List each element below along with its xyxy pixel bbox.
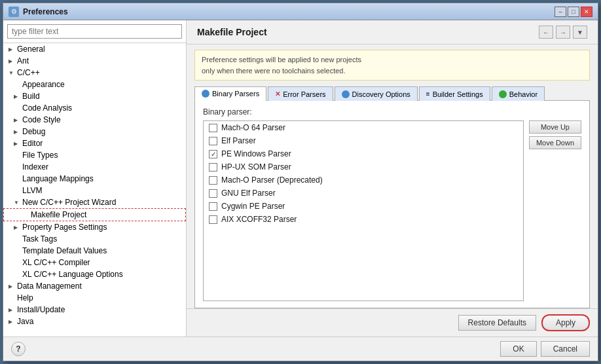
- sidebar-item-code-style[interactable]: ▶ Code Style: [3, 114, 186, 126]
- parser-checkbox[interactable]: [209, 215, 217, 224]
- sidebar-item-data-management[interactable]: ▶ Data Management: [3, 280, 186, 292]
- expand-icon: ▶: [9, 283, 15, 289]
- sidebar-item-cpp[interactable]: ▼ C/C++: [3, 67, 186, 79]
- sidebar-item-makefile-project[interactable]: Makefile Project: [3, 208, 186, 221]
- restore-defaults-button[interactable]: Restore Defaults: [458, 315, 536, 331]
- tab-icon-error: ✕: [275, 90, 280, 98]
- sidebar-item-label: Template Default Values: [22, 246, 107, 255]
- list-item[interactable]: Mach-O 64 Parser: [204, 121, 523, 134]
- sidebar-item-label: Help: [17, 293, 33, 302]
- list-item[interactable]: Elf Parser: [204, 134, 523, 147]
- tab-discovery-options[interactable]: Discovery Options: [335, 86, 418, 101]
- tab-icon-builder: ≡: [426, 90, 430, 98]
- help-button[interactable]: ?: [11, 342, 26, 356]
- list-item[interactable]: GNU Elf Parser: [204, 187, 523, 200]
- sidebar-item-llvm[interactable]: LLVM: [3, 185, 186, 196]
- parser-checkbox[interactable]: [209, 163, 217, 172]
- sidebar-item-label: Java: [17, 317, 33, 326]
- title-bar-left: ⚙ Preferences: [9, 7, 68, 17]
- tab-error-parsers[interactable]: ✕ Error Parsers: [268, 86, 333, 101]
- sidebar-item-task-tags[interactable]: Task Tags: [3, 233, 186, 245]
- sidebar-item-label: Editor: [22, 139, 43, 148]
- apply-button[interactable]: Apply: [541, 314, 590, 331]
- parser-checkbox[interactable]: [209, 124, 217, 132]
- preferences-dialog: ⚙ Preferences – □ ✕ ▶ General ▶ Ant: [3, 3, 598, 361]
- parser-name: Cygwin PE Parser: [221, 202, 285, 211]
- parser-checkbox[interactable]: ✓: [209, 150, 217, 158]
- sidebar-item-label: Property Pages Settings: [22, 223, 107, 232]
- close-button[interactable]: ✕: [581, 7, 592, 17]
- expand-icon: ▶: [14, 141, 20, 147]
- list-item[interactable]: Cygwin PE Parser: [204, 200, 523, 213]
- sidebar-item-xl-cpp-compiler[interactable]: XL C/C++ Compiler: [3, 257, 186, 268]
- parser-checkbox[interactable]: [209, 189, 217, 198]
- expand-icon: ▶: [9, 46, 15, 52]
- page-title: Makefile Project: [197, 27, 267, 37]
- bottom-bar: Restore Defaults Apply: [187, 308, 598, 337]
- tab-label: Error Parsers: [283, 90, 325, 98]
- search-input[interactable]: [7, 24, 182, 39]
- info-line2: only when there were no toolchains selec…: [202, 67, 346, 75]
- tab-builder-settings[interactable]: ≡ Builder Settings: [419, 86, 490, 101]
- sidebar-item-label: Appearance: [22, 80, 65, 89]
- sidebar-item-appearance[interactable]: Appearance: [3, 79, 186, 90]
- maximize-button[interactable]: □: [568, 7, 579, 17]
- tree-container: ▶ General ▶ Ant ▼ C/C++ Appearance ▶: [3, 43, 186, 337]
- forward-button[interactable]: →: [556, 26, 570, 39]
- sidebar-item-help[interactable]: Help: [3, 292, 186, 304]
- parsers-area: Mach-O 64 Parser Elf Parser ✓ PE Windows…: [203, 120, 581, 301]
- tab-binary-parsers[interactable]: Binary Parsers: [194, 86, 266, 101]
- minimize-button[interactable]: –: [555, 7, 566, 17]
- move-down-button[interactable]: Move Down: [529, 136, 581, 149]
- list-item[interactable]: HP-UX SOM Parser: [204, 160, 523, 173]
- parser-name: Mach-O Parser (Deprecated): [221, 175, 323, 185]
- sidebar-item-label: Code Analysis: [22, 103, 72, 113]
- list-item[interactable]: AIX XCOFF32 Parser: [204, 213, 523, 226]
- header-icons: ← → ▼: [539, 26, 587, 39]
- tab-label: Behavior: [509, 90, 537, 98]
- expand-icon: ▶: [9, 58, 15, 64]
- parser-name: PE Windows Parser: [221, 149, 291, 158]
- sidebar-item-label: Data Management: [17, 282, 82, 291]
- sidebar-item-label: LLVM: [22, 186, 42, 195]
- sidebar-item-editor[interactable]: ▶ Editor: [3, 137, 186, 149]
- list-item[interactable]: ✓ PE Windows Parser: [204, 147, 523, 160]
- info-line1: Preference settings will be applied to n…: [202, 56, 361, 64]
- parser-checkbox[interactable]: [209, 202, 217, 211]
- sidebar-item-general[interactable]: ▶ General: [3, 43, 186, 55]
- ok-button[interactable]: OK: [500, 341, 536, 357]
- dialog-footer: ? OK Cancel: [3, 337, 598, 361]
- sidebar-item-file-types[interactable]: File Types: [3, 149, 186, 161]
- parser-name: Mach-O 64 Parser: [221, 123, 285, 132]
- tab-label: Builder Settings: [433, 90, 483, 98]
- sidebar-item-build[interactable]: ▶ Build: [3, 90, 186, 102]
- sidebar-item-debug[interactable]: ▶ Debug: [3, 126, 186, 137]
- sidebar-item-label: Ant: [17, 56, 29, 65]
- parser-checkbox[interactable]: [209, 176, 217, 185]
- binary-parsers-label: Binary parser:: [203, 107, 581, 117]
- expand-icon: ▶: [9, 307, 15, 313]
- parser-checkbox[interactable]: [209, 137, 217, 145]
- sidebar-item-property-pages[interactable]: ▶ Property Pages Settings: [3, 221, 186, 233]
- cancel-button[interactable]: Cancel: [541, 341, 590, 357]
- sidebar-item-template-default[interactable]: Template Default Values: [3, 245, 186, 257]
- sidebar-item-ant[interactable]: ▶ Ant: [3, 55, 186, 67]
- sidebar-item-new-cpp-wizard[interactable]: ▼ New C/C++ Project Wizard: [3, 196, 186, 208]
- sidebar-item-label: New C/C++ Project Wizard: [22, 198, 116, 207]
- back-button[interactable]: ←: [539, 26, 553, 39]
- tab-behavior[interactable]: Behavior: [492, 86, 545, 101]
- move-up-button[interactable]: Move Up: [529, 120, 581, 134]
- sidebar-item-install-update[interactable]: ▶ Install/Update: [3, 304, 186, 316]
- menu-button[interactable]: ▼: [573, 26, 587, 39]
- sidebar-item-java[interactable]: ▶ Java: [3, 316, 186, 327]
- parsers-list: Mach-O 64 Parser Elf Parser ✓ PE Windows…: [203, 120, 524, 301]
- tab-label: Discovery Options: [352, 90, 410, 98]
- sidebar-item-xl-cpp-language[interactable]: XL C/C++ Language Options: [3, 268, 186, 280]
- sidebar-item-code-analysis[interactable]: Code Analysis: [3, 102, 186, 114]
- main-panel: Makefile Project ← → ▼ Preference settin…: [187, 20, 598, 337]
- list-item[interactable]: Mach-O Parser (Deprecated): [204, 173, 523, 187]
- sidebar-item-indexer[interactable]: Indexer: [3, 161, 186, 173]
- sidebar-item-language-mappings[interactable]: Language Mappings: [3, 173, 186, 185]
- sidebar-item-label: File Types: [22, 151, 58, 160]
- tab-icon-behavior: [499, 90, 507, 98]
